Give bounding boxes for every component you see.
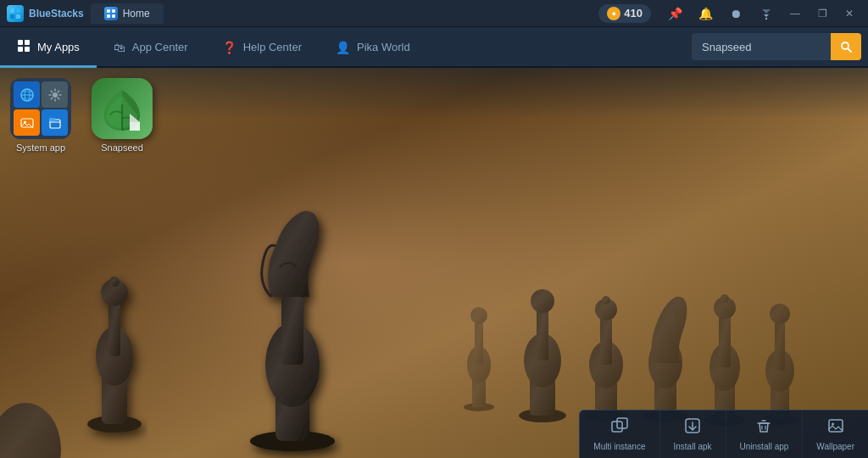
svg-point-33 — [531, 289, 554, 313]
system-app-label: System app — [16, 142, 65, 153]
my-apps-label: My Apps — [37, 41, 80, 53]
svg-rect-21 — [281, 297, 303, 365]
svg-rect-32 — [537, 310, 548, 360]
svg-rect-26 — [108, 301, 120, 356]
svg-point-82 — [832, 423, 834, 426]
svg-rect-11 — [18, 47, 23, 52]
my-apps-icon — [17, 39, 31, 55]
snapseed-item[interactable]: Snapseed — [92, 78, 153, 153]
bottom-toolbar: Multi instance Install apk — [579, 410, 868, 458]
svg-point-69 — [53, 92, 58, 98]
globe-cell — [14, 81, 40, 108]
system-app-item[interactable]: System app — [10, 78, 71, 153]
close-button[interactable]: ✕ — [837, 4, 861, 23]
wallpaper-label: Wallpaper — [816, 442, 854, 451]
pika-world-icon: 👤 — [336, 41, 350, 54]
svg-rect-1 — [16, 8, 20, 13]
photo-cell — [14, 109, 40, 136]
svg-point-8 — [765, 17, 767, 19]
svg-rect-73 — [49, 118, 55, 121]
nav-bar: My Apps 🛍 App Center ❓ Help Center 👤 Pik… — [0, 27, 868, 68]
install-apk-button[interactable]: Install apk — [660, 411, 726, 458]
tab-label: Home — [123, 8, 150, 20]
svg-rect-37 — [600, 318, 612, 365]
svg-rect-53 — [775, 322, 785, 371]
svg-rect-9 — [18, 40, 23, 45]
multi-instance-button[interactable]: Multi instance — [580, 411, 659, 458]
nav-search — [692, 27, 868, 66]
svg-point-28 — [109, 276, 120, 287]
svg-point-43 — [674, 311, 679, 316]
svg-rect-81 — [829, 420, 843, 432]
app-center-icon: 🛍 — [114, 41, 125, 54]
apps-row: System app — [10, 78, 153, 153]
app-center-label: App Center — [132, 41, 188, 53]
search-input[interactable] — [702, 41, 821, 53]
svg-point-59 — [470, 307, 487, 324]
tab-pika-world[interactable]: 👤 Pika World — [319, 29, 427, 68]
search-button[interactable] — [831, 33, 861, 60]
svg-rect-7 — [112, 14, 115, 18]
gear-cell — [42, 81, 68, 108]
coins-value: 410 — [624, 7, 643, 20]
svg-rect-5 — [112, 9, 115, 13]
bell-icon-btn[interactable]: 🔔 — [692, 0, 719, 27]
snapseed-icon — [92, 78, 153, 139]
svg-point-13 — [842, 42, 849, 49]
coin-icon: ● — [607, 7, 620, 20]
network-icon-btn[interactable] — [753, 0, 780, 27]
coins-badge[interactable]: ● 410 — [598, 4, 651, 23]
help-center-label: Help Center — [243, 41, 302, 53]
svg-rect-12 — [25, 47, 30, 52]
main-content: System app — [0, 68, 868, 458]
minimize-button[interactable]: — — [783, 4, 807, 23]
system-app-icon — [10, 78, 71, 139]
app-grid: System app — [10, 78, 153, 153]
svg-rect-47 — [719, 316, 731, 367]
tab-help-center[interactable]: ❓ Help Center — [205, 29, 319, 68]
pika-world-label: Pika World — [357, 41, 410, 53]
tab-favicon — [104, 7, 118, 20]
svg-rect-6 — [107, 14, 110, 18]
svg-rect-2 — [10, 14, 14, 19]
pin-icon-btn[interactable]: 📌 — [661, 0, 688, 27]
bluestacks-logo-icon — [7, 5, 24, 22]
svg-point-54 — [770, 304, 790, 324]
bluestacks-logo: BlueStacks — [7, 5, 84, 22]
snapseed-label: Snapseed — [101, 142, 143, 153]
title-bar: BlueStacks Home ● 410 📌 🔔 ⏺ — [0, 0, 868, 27]
help-center-icon: ❓ — [222, 41, 236, 54]
maximize-button[interactable]: ❐ — [810, 4, 834, 23]
uninstall-app-label: Uninstall app — [740, 442, 789, 451]
install-apk-label: Install apk — [674, 442, 712, 451]
tab-app-center[interactable]: 🛍 App Center — [97, 29, 205, 68]
svg-point-49 — [721, 294, 729, 303]
svg-line-14 — [849, 49, 852, 53]
svg-rect-10 — [25, 40, 30, 45]
record-icon-btn[interactable]: ⏺ — [722, 0, 749, 27]
svg-point-39 — [602, 296, 610, 304]
title-bar-left: BlueStacks Home — [7, 3, 164, 24]
svg-rect-3 — [16, 14, 20, 19]
uninstall-app-icon — [755, 417, 772, 438]
multi-instance-label: Multi instance — [593, 442, 645, 451]
svg-rect-58 — [475, 322, 483, 365]
install-apk-icon — [684, 417, 701, 438]
wallpaper-button[interactable]: Wallpaper — [803, 411, 868, 458]
search-wrapper — [692, 33, 831, 60]
wallpaper-icon — [827, 417, 844, 438]
title-bar-controls: ● 410 📌 🔔 ⏺ — ❐ ✕ — [598, 0, 861, 27]
title-bar-tab[interactable]: Home — [91, 3, 164, 24]
svg-rect-0 — [10, 8, 14, 13]
logo-text: BlueStacks — [29, 8, 84, 20]
svg-rect-4 — [107, 9, 110, 13]
uninstall-app-button[interactable]: Uninstall app — [726, 411, 804, 458]
files-cell — [42, 109, 68, 136]
svg-point-22 — [298, 238, 304, 245]
multi-instance-icon — [611, 417, 628, 438]
tab-my-apps[interactable]: My Apps — [0, 29, 97, 68]
